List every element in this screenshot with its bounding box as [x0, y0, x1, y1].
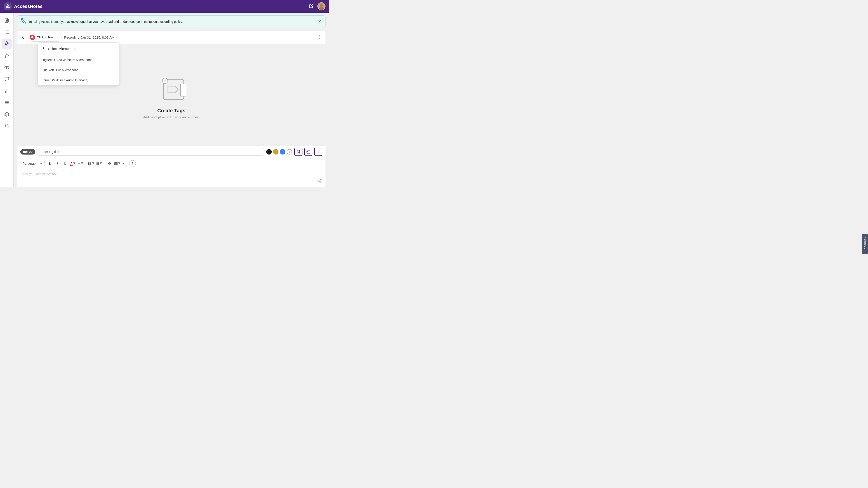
rich-text-toolbar: Paragraph B I U A ✏: [17, 158, 326, 169]
time-badge: 00:00: [20, 149, 35, 155]
mic-option-blue-yeti[interactable]: Blue Yeti USB Microphone: [38, 65, 119, 75]
banner-close-button[interactable]: [318, 19, 322, 24]
header-actions: [309, 2, 326, 10]
svg-rect-34: [180, 84, 186, 96]
svg-point-50: [88, 164, 89, 165]
paragraph-select[interactable]: Paragraph: [20, 161, 42, 166]
svg-marker-24: [4, 112, 8, 114]
sidebar-item-chat[interactable]: [2, 74, 12, 84]
record-button[interactable]: Click to Record: [28, 33, 62, 41]
code-button[interactable]: <>: [121, 160, 128, 167]
numbered-list-button[interactable]: 1 2 3: [95, 160, 102, 167]
sidebar-item-star[interactable]: [2, 51, 12, 61]
add-color-button[interactable]: +: [287, 149, 292, 155]
recording-policy-link[interactable]: recording policy: [160, 20, 182, 24]
sidebar: [0, 13, 13, 187]
svg-marker-16: [4, 54, 8, 57]
italic-button[interactable]: I: [54, 160, 61, 167]
record-dot-icon: [30, 35, 35, 40]
main-layout: In using AccessNotes, you acknowledge th…: [0, 13, 329, 187]
table-button[interactable]: [114, 160, 121, 167]
tag-bar-actions: [294, 148, 322, 156]
banner-text: In using AccessNotes, you acknowledge th…: [29, 20, 315, 24]
link-button[interactable]: [106, 160, 113, 167]
svg-point-27: [320, 35, 320, 35]
bold-button[interactable]: B: [46, 160, 53, 167]
send-button[interactable]: [317, 179, 322, 184]
text-color-button[interactable]: A: [69, 160, 76, 167]
sidebar-item-record[interactable]: [2, 39, 12, 49]
record-button-label: Click to Record: [37, 35, 58, 39]
svg-marker-51: [92, 162, 94, 164]
bottom-controls: 00:00 +: [17, 145, 326, 187]
sidebar-item-list[interactable]: [2, 27, 12, 37]
svg-marker-43: [73, 162, 75, 164]
mic-option-shure[interactable]: Shure SM7B (via Audio Interface): [38, 75, 119, 85]
app-logo: AccessNotes: [4, 2, 42, 10]
logo-icon: [4, 2, 12, 10]
svg-point-48: [88, 162, 89, 163]
sidebar-item-volume[interactable]: [2, 62, 12, 72]
recording-panel: Click to Record Recording-Jan 31, 2025, …: [17, 31, 326, 44]
svg-point-5: [319, 7, 324, 10]
svg-marker-17: [4, 66, 6, 69]
text-area-placeholder[interactable]: Enter your descriptive text: [21, 172, 322, 184]
avatar[interactable]: [317, 2, 326, 10]
highlight-button[interactable]: ✏: [77, 160, 84, 167]
color-swatch-black[interactable]: [266, 149, 272, 155]
sidebar-item-settings[interactable]: [2, 98, 12, 107]
bookmark-tag-button[interactable]: [294, 148, 303, 156]
color-swatch-blue[interactable]: [280, 149, 285, 155]
svg-marker-64: [118, 162, 120, 164]
bullet-list-button[interactable]: [88, 160, 94, 167]
svg-text:3: 3: [96, 164, 97, 165]
svg-point-49: [88, 163, 89, 164]
tag-bar: 00:00 +: [17, 145, 326, 158]
svg-line-2: [311, 4, 313, 6]
sidebar-item-notes[interactable]: [2, 15, 12, 25]
mic-dropdown-title: Select Microphone: [48, 47, 76, 51]
tag-svg-icon: [153, 75, 189, 104]
svg-point-4: [320, 4, 323, 7]
text-area-wrapper: Enter your descriptive text: [17, 169, 326, 187]
svg-point-36: [307, 151, 308, 151]
mic-back-button[interactable]: [41, 46, 46, 52]
svg-marker-58: [100, 162, 102, 164]
color-swatch-yellow[interactable]: [273, 149, 278, 155]
content-area: In using AccessNotes, you acknowledge th…: [13, 13, 329, 187]
back-button[interactable]: [20, 35, 25, 40]
underline-button[interactable]: U: [62, 160, 68, 167]
sidebar-item-analytics[interactable]: [2, 86, 12, 96]
mic-dropdown-header: Select Microphone: [38, 43, 119, 55]
tag-title-input[interactable]: [37, 148, 264, 156]
svg-point-29: [320, 38, 320, 38]
list-tag-button[interactable]: [314, 148, 322, 156]
svg-point-28: [320, 37, 320, 37]
info-banner: In using AccessNotes, you acknowledge th…: [17, 15, 326, 28]
color-swatches: +: [266, 149, 292, 155]
recording-title: Recording-Jan 31, 2025, 8:03 AM: [64, 35, 315, 39]
recording-bar: Click to Record Recording-Jan 31, 2025, …: [17, 31, 326, 44]
svg-marker-44: [81, 162, 83, 164]
app-name: AccessNotes: [14, 4, 42, 9]
external-link-icon[interactable]: [309, 3, 314, 9]
image-tag-button[interactable]: [304, 148, 312, 156]
create-tags-title: Create Tags: [157, 108, 185, 113]
create-tags-subtitle: Add descriptive text to your audio notes…: [143, 116, 199, 119]
svg-point-1: [7, 6, 8, 7]
create-tags-illustration: [153, 75, 189, 104]
svg-rect-59: [115, 162, 117, 165]
help-button[interactable]: ?: [129, 160, 136, 167]
banner-icon: [21, 18, 26, 25]
more-options-button[interactable]: [317, 34, 322, 40]
header: AccessNotes: [0, 0, 329, 13]
sidebar-item-bell[interactable]: [2, 121, 12, 131]
microphone-dropdown: Select Microphone Logitech C920 Webcam M…: [37, 42, 119, 86]
mic-option-logitech[interactable]: Logitech C920 Webcam Microphone: [38, 55, 119, 65]
sidebar-item-layers[interactable]: [2, 109, 12, 119]
